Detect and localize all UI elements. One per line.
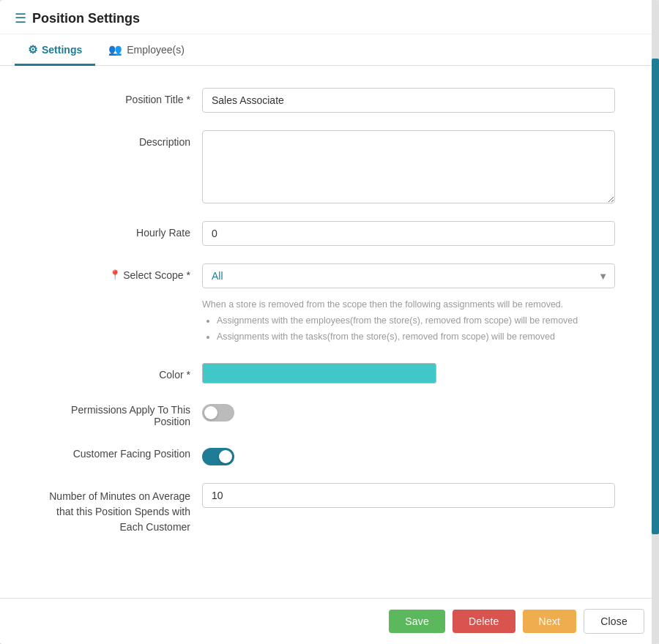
permissions-label: Permissions Apply To This Position <box>44 401 190 427</box>
customer-facing-toggle-knob <box>219 450 232 463</box>
delete-button[interactable]: Delete <box>453 610 515 633</box>
location-icon: 📍 <box>109 269 121 280</box>
footer: Save Delete Next Close <box>0 598 659 644</box>
minutes-input[interactable] <box>202 483 615 508</box>
tabs-container: ⚙ Settings 👥 Employee(s) <box>0 34 659 66</box>
color-label: Color * <box>44 363 190 381</box>
form-body: Position Title * Description Hourly Rate… <box>0 66 659 598</box>
hourly-rate-control <box>202 221 615 246</box>
permissions-row: Permissions Apply To This Position <box>44 401 615 427</box>
select-scope-dropdown[interactable]: All Store 1 Store 2 Store 3 <box>202 263 615 288</box>
scope-bullet-2: Assignments with the tasks(from the stor… <box>217 329 615 344</box>
hourly-rate-input[interactable] <box>202 221 615 246</box>
tab-employees[interactable]: 👥 Employee(s) <box>95 34 198 66</box>
customer-facing-toggle[interactable] <box>202 448 234 465</box>
customer-facing-control <box>202 445 615 465</box>
hourly-rate-row: Hourly Rate <box>44 221 615 246</box>
color-row: Color * <box>44 363 615 383</box>
employees-tab-label: Employee(s) <box>127 44 185 56</box>
position-title-control <box>202 88 615 113</box>
minutes-row: Number of Minutes on Average that this P… <box>44 483 615 535</box>
customer-facing-row: Customer Facing Position <box>44 445 615 465</box>
select-scope-label: 📍 Select Scope * <box>44 263 190 281</box>
position-settings-modal: ☰ Position Settings ⚙ Settings 👥 Employe… <box>0 0 659 644</box>
description-label: Description <box>44 130 190 148</box>
close-button[interactable]: Close <box>584 609 644 634</box>
color-control <box>202 363 615 383</box>
description-row: Description <box>44 130 615 203</box>
minutes-control <box>202 483 615 508</box>
description-control <box>202 130 615 203</box>
position-title-input[interactable] <box>202 88 615 113</box>
hourly-rate-label: Hourly Rate <box>44 221 190 239</box>
customer-facing-label: Customer Facing Position <box>44 445 190 460</box>
scope-info: When a store is removed from the scope t… <box>202 297 615 345</box>
description-textarea[interactable] <box>202 130 615 203</box>
save-button[interactable]: Save <box>389 610 445 633</box>
next-button[interactable]: Next <box>523 610 577 633</box>
permissions-toggle-knob <box>204 406 217 419</box>
scope-bullet-1: Assignments with the employees(from the … <box>217 313 615 328</box>
position-title-row: Position Title * <box>44 88 615 113</box>
position-title-label: Position Title * <box>44 88 190 105</box>
settings-tab-icon: ⚙ <box>28 43 37 56</box>
select-scope-wrap: All Store 1 Store 2 Store 3 ▼ <box>202 263 615 288</box>
settings-tab-label: Settings <box>42 44 82 56</box>
permissions-toggle[interactable] <box>202 404 234 422</box>
select-scope-control: All Store 1 Store 2 Store 3 ▼ When a sto… <box>202 263 615 345</box>
employees-tab-icon: 👥 <box>108 43 122 56</box>
modal-title: Position Settings <box>32 11 140 26</box>
color-swatch[interactable] <box>202 363 436 383</box>
modal-header: ☰ Position Settings <box>0 0 659 34</box>
scrollbar-track <box>652 0 659 644</box>
permissions-control <box>202 401 615 422</box>
scrollbar-thumb[interactable] <box>652 59 659 534</box>
tab-settings[interactable]: ⚙ Settings <box>15 34 95 66</box>
minutes-label: Number of Minutes on Average that this P… <box>44 483 190 535</box>
list-icon: ☰ <box>15 10 26 26</box>
select-scope-row: 📍 Select Scope * All Store 1 Store 2 Sto… <box>44 263 615 345</box>
